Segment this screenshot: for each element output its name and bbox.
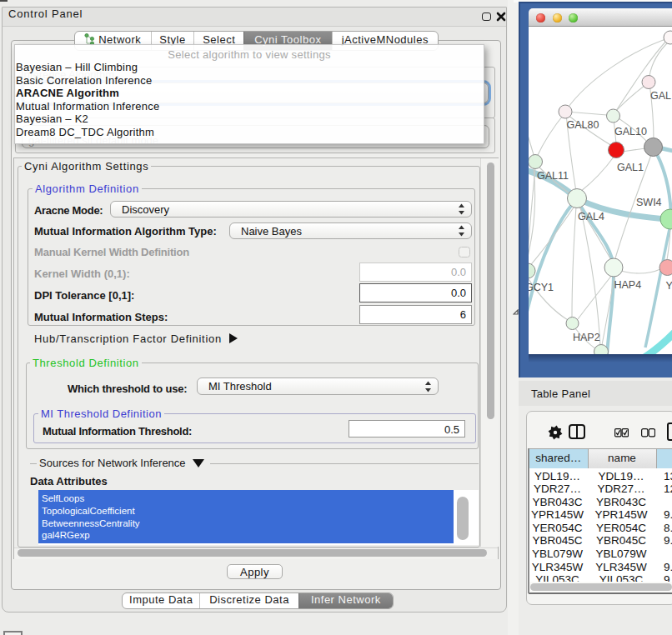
- svg-text:GAL11: GAL11: [537, 170, 569, 182]
- svg-text:Y: Y: [666, 280, 672, 292]
- svg-text:GAL10: GAL10: [614, 126, 647, 138]
- svg-text:GAL1: GAL1: [617, 162, 644, 173]
- svg-text:SWI4: SWI4: [636, 197, 662, 208]
- svg-text:GAL4: GAL4: [578, 211, 604, 222]
- svg-text:HAP4: HAP4: [614, 279, 642, 291]
- svg-text:GCY1: GCY1: [529, 282, 554, 293]
- svg-text:GAL80: GAL80: [567, 119, 599, 131]
- svg-text:GAL: GAL: [650, 90, 671, 102]
- svg-text:HAP2: HAP2: [573, 332, 600, 343]
